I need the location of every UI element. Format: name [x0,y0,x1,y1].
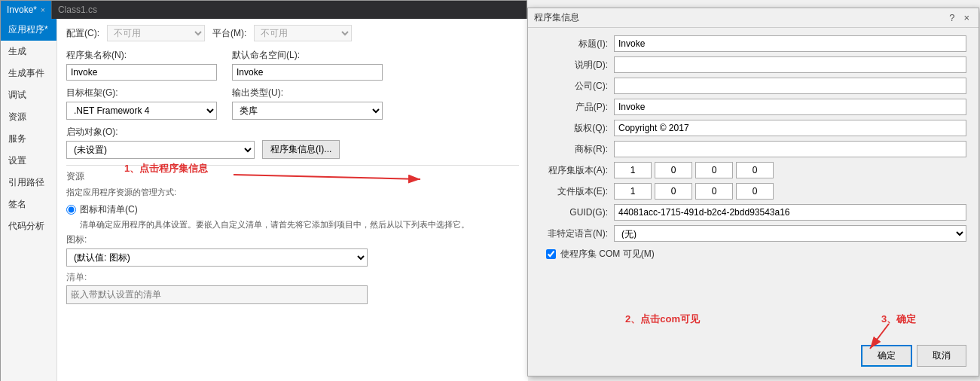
platform-select[interactable]: 不可用 [254,25,352,41]
field-select-lang[interactable]: (无) [614,225,966,242]
dialog-help-button[interactable]: ? [946,12,957,23]
field-label-guid: GUID(G): [540,207,608,218]
dialog-cancel-button[interactable]: 取消 [917,345,966,367]
icon-label: 图标: [66,233,519,246]
tab-bar: Invoke* × Class1.cs [1,1,527,19]
sidebar-item-resources[interactable]: 资源 [1,106,56,128]
field-label-title: 标题(I): [540,38,608,50]
startup-select[interactable]: (未设置) [66,141,255,159]
form-row-2: 目标框架(G): .NET Framework 4 输出类型(U): 类库 [66,87,519,120]
dialog-close-button[interactable]: × [960,12,972,23]
target-framework-label: 目标框架(G): [66,87,217,99]
dialog-controls: ? × [946,12,972,23]
assembly-name-input[interactable] [66,64,217,81]
dialog-field-file-ver: 文件版本(E): [540,183,966,200]
field-label-product: 产品(P): [540,101,608,114]
field-input-title[interactable] [614,35,966,52]
file-ver-4[interactable] [736,183,774,200]
output-type-group: 输出类型(U): 类库 [232,87,383,120]
assembly-ver-1[interactable] [614,162,652,178]
dialog-body: 标题(I): 说明(D): 公司(C): 产品(P): 版权(Q): 商标(R)… [528,28,978,274]
field-label-assembly-ver: 程序集版本(A): [540,164,608,177]
tab-class1[interactable]: Class1.cs [51,1,103,19]
startup-label: 启动对象(O): [66,126,255,139]
content-area: 配置(C): 不可用 平台(M): 不可用 程序集名称(N): 默认命名空间(L… [57,19,528,381]
dialog-field-title: 标题(I): [540,35,966,52]
toolbar-row: 配置(C): 不可用 平台(M): 不可用 [66,25,519,41]
assembly-version-inputs [614,162,966,178]
sidebar: 应用程序* 生成 生成事件 调试 资源 服务 设置 引用路径 签名 代码分析 [1,19,57,381]
assembly-ver-2[interactable] [655,162,692,178]
form-section: 程序集名称(N): 默认命名空间(L): 目标框架(G): .NET Frame… [66,49,519,159]
assembly-ver-4[interactable] [736,162,774,178]
sidebar-item-settings[interactable]: 设置 [1,150,56,172]
dialog-titlebar: 程序集信息 ? × [528,8,978,28]
tab-class1-label: Class1.cs [58,5,97,15]
icon-select[interactable]: (默认值: 图标) [66,248,368,267]
radio-icon-option: 图标和清单(C) [66,203,519,216]
startup-group: 启动对象(O): (未设置) [66,126,255,159]
file-version-inputs [614,183,966,200]
dialog-field-trademark: 商标(R): [540,141,966,157]
field-label-file-ver: 文件版本(E): [540,185,608,198]
file-ver-1[interactable] [614,183,652,200]
sidebar-item-code-analysis[interactable]: 代码分析 [1,215,56,237]
dialog-footer: 确定 取消 [861,345,966,367]
resources-desc: 指定应用程序资源的管理方式: [66,186,519,199]
config-select[interactable]: 不可用 [107,25,205,41]
output-type-select[interactable]: 类库 [232,102,383,120]
assembly-name-group: 程序集名称(N): [66,49,217,81]
sidebar-item-services[interactable]: 服务 [1,128,56,150]
dialog-ok-button[interactable]: 确定 [861,345,912,367]
dialog-field-copyright: 版权(Q): [540,120,966,136]
checkbox-com-visible[interactable] [546,249,556,259]
dialog-field-lang: 非特定语言(N): (无) [540,225,966,242]
config-label: 配置(C): [66,27,99,40]
sidebar-item-signing[interactable]: 签名 [1,194,56,215]
field-input-guid[interactable] [614,204,966,221]
field-input-company[interactable] [614,78,966,94]
assembly-info-button[interactable]: 程序集信息(I)... [262,140,340,159]
field-label-desc: 说明(D): [540,59,608,72]
tab-invoke-close[interactable]: × [41,6,45,14]
dialog-field-desc: 说明(D): [540,56,966,73]
assembly-ver-3[interactable] [695,162,733,178]
sidebar-item-build-events[interactable]: 生成事件 [1,62,56,84]
target-framework-select[interactable]: .NET Framework 4 [66,102,217,120]
sidebar-item-ref-path[interactable]: 引用路径 [1,172,56,194]
field-label-trademark: 商标(R): [540,143,608,156]
list-input: 嵌入带默认设置的清单 [66,285,368,304]
assembly-name-label: 程序集名称(N): [66,49,217,62]
platform-label: 平台(M): [212,27,246,40]
sidebar-item-app[interactable]: 应用程序* [1,19,56,41]
checkbox-com-visible-label: 使程序集 COM 可见(M) [560,248,655,261]
dialog-field-assembly-ver: 程序集版本(A): [540,162,966,178]
tab-invoke-label: Invoke* [7,5,37,15]
radio-icon-label: 图标和清单(C) [80,203,138,216]
radio-desc: 清单确定应用程序的具体设置。要嵌入自定义清单，请首先将它添加到项目中，然后从以下… [80,218,519,231]
default-namespace-input[interactable] [232,64,383,81]
radio-icon-input[interactable] [66,205,76,215]
field-input-product[interactable] [614,99,966,115]
target-framework-group: 目标框架(G): .NET Framework 4 [66,87,217,120]
default-namespace-label: 默认命名空间(L): [232,49,383,62]
field-input-copyright[interactable] [614,120,966,136]
icon-section: 图标: (默认值: 图标) [66,233,519,267]
file-ver-2[interactable] [655,183,692,200]
field-input-trademark[interactable] [614,141,966,157]
field-label-lang: 非特定语言(N): [540,227,608,240]
resources-section: 资源 指定应用程序资源的管理方式: 图标和清单(C) 清单确定应用程序的具体设置… [66,165,519,304]
dialog-field-product: 产品(P): [540,99,966,115]
field-label-copyright: 版权(Q): [540,122,608,135]
file-ver-3[interactable] [695,183,733,200]
sidebar-item-debug[interactable]: 调试 [1,84,56,106]
checkbox-com-visible-row: 使程序集 COM 可见(M) [540,248,966,261]
field-input-desc[interactable] [614,56,966,73]
resources-title: 资源 [66,170,519,183]
dialog-field-guid: GUID(G): [540,204,966,221]
dialog-field-company: 公司(C): [540,78,966,94]
dialog-title: 程序集信息 [534,11,579,24]
startup-row: 启动对象(O): (未设置) 程序集信息(I)... [66,126,519,159]
sidebar-item-build[interactable]: 生成 [1,41,56,62]
tab-invoke[interactable]: Invoke* × [1,1,51,19]
